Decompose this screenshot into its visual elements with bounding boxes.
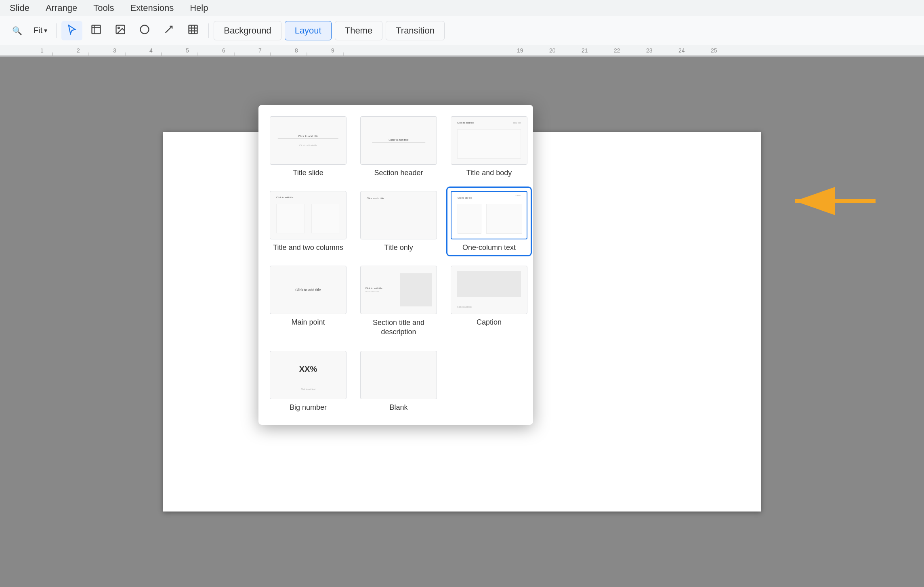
svg-text:22: 22 (614, 47, 620, 54)
ruler: 1 2 3 4 5 6 7 8 9 19 20 21 22 23 24 25 (0, 45, 924, 57)
menu-tools[interactable]: Tools (90, 1, 117, 15)
layout-title-only[interactable]: Click to add title Title only (357, 188, 440, 255)
layout-button[interactable]: Layout (285, 21, 332, 40)
svg-text:23: 23 (646, 47, 653, 54)
svg-text:4: 4 (149, 47, 153, 54)
svg-text:24: 24 (678, 47, 685, 54)
svg-text:3: 3 (113, 47, 116, 54)
separator-2 (208, 23, 209, 38)
theme-button[interactable]: Theme (335, 21, 382, 40)
layout-label-title-only: Title only (384, 243, 413, 252)
textbox-tool-button[interactable] (183, 21, 204, 40)
background-button[interactable]: Background (214, 21, 281, 40)
svg-text:6: 6 (222, 47, 225, 54)
layout-label-caption: Caption (477, 318, 502, 327)
chevron-down-icon: ▾ (44, 27, 47, 34)
shape-icon (139, 24, 150, 37)
layout-thumb-main-point: Click to add title (270, 266, 346, 314)
svg-point-3 (141, 25, 149, 34)
layout-one-column[interactable]: Click to add title subtitle One-column t… (447, 188, 531, 255)
frame-tool-button[interactable] (86, 21, 107, 40)
layout-section-header[interactable]: Click to add title Section header (357, 113, 440, 180)
separator-1 (56, 23, 57, 38)
layout-thumb-blank (360, 351, 437, 399)
layout-thumb-caption: Click to add text (451, 266, 527, 314)
layout-thumb-two-columns: Click to add title (270, 191, 346, 239)
layout-section-title[interactable]: Click to add title Click to add subtitle… (357, 262, 440, 340)
svg-text:5: 5 (186, 47, 189, 54)
layout-label-two-columns: Title and two columns (273, 243, 343, 252)
menu-bar: Slide Arrange Tools Extensions Help (0, 0, 924, 16)
layout-title-slide[interactable]: Click to add title Click to add subtitle… (267, 113, 350, 180)
zoom-label: Fit (34, 26, 42, 35)
layout-label-big-number: Big number (290, 403, 327, 412)
image-tool-button[interactable] (110, 21, 131, 40)
layout-label-title-slide: Title slide (293, 169, 323, 177)
layout-title-body[interactable]: Click to add title body text Title and b… (447, 113, 531, 180)
svg-text:8: 8 (295, 47, 298, 54)
svg-text:21: 21 (582, 47, 588, 54)
menu-slide[interactable]: Slide (6, 1, 33, 15)
layout-caption[interactable]: Click to add text Caption (447, 262, 531, 340)
editor-area: Click to add title Click to add title Cl… (0, 57, 924, 587)
layout-main-point[interactable]: Click to add title Main point (267, 262, 350, 340)
shape-tool-button[interactable] (134, 21, 155, 40)
svg-text:1: 1 (40, 47, 44, 54)
svg-text:9: 9 (331, 47, 334, 54)
zoom-search-icon[interactable]: 🔍 (8, 21, 26, 40)
menu-arrange[interactable]: Arrange (42, 1, 80, 15)
menu-extensions[interactable]: Extensions (127, 1, 177, 15)
layout-label-blank: Blank (389, 403, 407, 412)
layout-two-columns[interactable]: Click to add title Title and two columns (267, 188, 350, 255)
select-tool-button[interactable] (61, 21, 82, 40)
layout-label-one-column: One-column text (462, 243, 516, 252)
zoom-select[interactable]: Fit ▾ (29, 21, 51, 40)
layout-popup: Click to add title Click to add subtitle… (258, 105, 533, 425)
search-icon: 🔍 (12, 26, 22, 36)
menu-help[interactable]: Help (187, 1, 211, 15)
layout-thumb-section-title: Click to add title Click to add subtitle (360, 266, 437, 314)
svg-text:25: 25 (711, 47, 717, 54)
svg-text:19: 19 (517, 47, 523, 54)
layout-thumb-big-number: XX% Click to add text (270, 351, 346, 399)
layout-blank[interactable]: Blank (357, 348, 440, 415)
arrow-annotation (787, 185, 876, 219)
layout-big-number[interactable]: XX% Click to add text Big number (267, 348, 350, 415)
layout-thumb-section-header: Click to add title (360, 116, 437, 165)
layout-label-section-title: Section title anddescription (373, 318, 424, 337)
layout-thumb-one-column: Click to add title subtitle (451, 191, 527, 239)
toolbar: 🔍 Fit ▾ (0, 16, 924, 45)
layout-thumb-title-body: Click to add title body text (451, 116, 527, 165)
cursor-icon (66, 24, 78, 37)
svg-point-2 (118, 27, 120, 29)
frame-icon (90, 24, 102, 37)
layout-label-title-body: Title and body (466, 169, 512, 177)
svg-text:20: 20 (549, 47, 556, 54)
layout-thumb-title-slide: Click to add title Click to add subtitle (270, 116, 346, 165)
svg-rect-0 (92, 25, 101, 34)
layout-thumb-title-only: Click to add title (360, 191, 437, 239)
textbox-icon (187, 24, 199, 37)
svg-text:7: 7 (258, 47, 262, 54)
layout-label-section-header: Section header (374, 169, 423, 177)
transition-button[interactable]: Transition (386, 21, 445, 40)
layout-label-main-point: Main point (291, 318, 325, 327)
svg-rect-4 (189, 25, 197, 34)
image-icon (115, 24, 126, 37)
line-icon (163, 24, 174, 37)
line-tool-button[interactable] (158, 21, 179, 40)
svg-text:2: 2 (77, 47, 80, 54)
